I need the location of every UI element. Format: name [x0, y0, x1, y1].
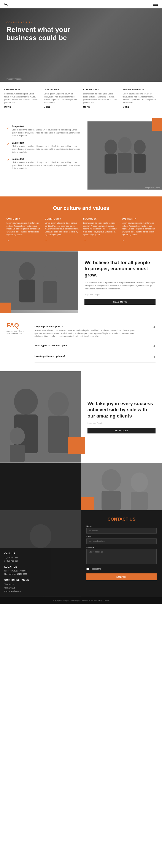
believe-image-container: [0, 251, 78, 314]
contact-section: CALL US 1 (216) 561 911 1 (216) 433 897 …: [0, 510, 162, 597]
message-label: Message: [86, 546, 157, 549]
faq-section: FAQ Sample text. Click to select the tex…: [0, 313, 162, 371]
checklist-item-1: ✓ Sample text Click to select the text b…: [6, 142, 81, 154]
mission-text-1: Lorem ipsum adipiscing elit. Ut elit tel…: [44, 93, 79, 104]
clients-section: We take joy in every success achieved si…: [0, 371, 162, 510]
hamburger-line-2: [153, 4, 158, 4]
mission-col-2: Consulting Lorem ipsum adipiscing elit. …: [83, 88, 118, 108]
culture-col-3: SOLIDARITY Lorem ipsum adipiscing dolor …: [122, 218, 156, 242]
hamburger-line-3: [153, 5, 158, 6]
svg-rect-27: [131, 492, 148, 510]
contact-form: Name Email Message I accept the SUBMIT: [86, 525, 157, 580]
footer: Copyright © All rights reserved | This t…: [0, 597, 162, 603]
believe-read-more-button[interactable]: READ MORE: [84, 299, 156, 305]
checkbox-label: I accept the: [91, 568, 101, 570]
svg-point-24: [102, 469, 121, 491]
name-input[interactable]: [86, 528, 157, 533]
culture-col-1: GENEROSITY Lorem ipsum adipiscing dolor …: [45, 218, 79, 242]
mission-col-1: Our Values Lorem ipsum adipiscing elit. …: [44, 88, 79, 108]
contact-left: CALL US 1 (216) 561 911 1 (216) 433 897 …: [0, 510, 81, 597]
culture-arrow-0: →: [6, 239, 40, 242]
checklist-text-2: Sample text Click to select the text box…: [12, 158, 81, 170]
svg-point-20: [10, 427, 25, 445]
faq-toggle-0[interactable]: +: [153, 325, 156, 330]
check-icon-0: ✓: [6, 126, 9, 130]
mission-text-0: Lorem ipsum adipiscing elit. Ut elit tel…: [4, 93, 39, 104]
checklist-body-0: Click to select the text box. Click agai…: [12, 128, 81, 137]
faq-title: FAQ: [6, 322, 28, 329]
hamburger-menu[interactable]: [153, 3, 158, 6]
culture-text-0: Lorem ipsum adipiscing dolor tempus port…: [6, 222, 40, 236]
svg-point-4: [118, 137, 132, 153]
clients-content: We take joy in every success achieved si…: [81, 371, 162, 463]
svg-point-26: [131, 472, 148, 492]
mission-link-1[interactable]: MORE: [44, 106, 79, 108]
service-item-2: Market Intelligence: [4, 590, 77, 593]
checklist-body-2: Click to select the text box. Click agai…: [12, 161, 81, 170]
svg-rect-3: [105, 154, 117, 174]
navbar: logo: [0, 0, 162, 8]
svg-point-10: [19, 262, 35, 279]
faq-question-0: Do you provide support?: [34, 325, 151, 328]
contact-call-line-1: 1 (216) 433 897: [4, 559, 77, 563]
checklist-title-2: Sample text: [12, 158, 81, 160]
svg-rect-13: [43, 281, 57, 303]
contact-call: CALL US 1 (216) 561 911 1 (216) 433 897: [4, 552, 77, 563]
clients-bg: We take joy in every success achieved si…: [0, 371, 162, 463]
svg-rect-7: [134, 154, 145, 173]
culture-title-1: GENEROSITY: [45, 218, 79, 220]
mission-title-3: Business Goals: [123, 88, 158, 91]
checklist-title-1: Sample text: [12, 142, 81, 144]
culture-arrow-2: →: [83, 239, 117, 242]
contact-heading: CONTACT US: [86, 517, 157, 522]
culture-text-3: Lorem ipsum adipiscing dolor tempus port…: [122, 222, 156, 236]
logo: logo: [4, 3, 10, 6]
email-input[interactable]: [86, 538, 157, 544]
culture-title-0: CURIOSITY: [6, 218, 40, 220]
mission-link-3[interactable]: MORE: [123, 106, 158, 108]
believe-text: Duis aute irure dolor in reprehenderit i…: [84, 281, 156, 290]
name-label: Name: [86, 525, 157, 527]
checklist-image: [87, 121, 162, 190]
faq-question-area-2: How to get future updates?: [34, 355, 151, 359]
culture-title-2: BOLDNESS: [83, 218, 117, 220]
hero-title: Reinvent what your business could be: [6, 26, 71, 42]
faq-item-1: What types of files will I get? +: [34, 341, 156, 352]
services-list: Your future Global value Market Intellig…: [4, 583, 77, 593]
service-item-0: Your future: [4, 583, 77, 586]
mission-link-0[interactable]: MORE: [4, 106, 39, 108]
believe-heading: We believe that for all people to prospe…: [84, 260, 156, 278]
checklist-text-0: Sample text Click to select the text box…: [12, 125, 81, 137]
checklist-body-1: Click to select the text box. Click agai…: [12, 145, 81, 154]
orange-rect-clients: [68, 437, 85, 454]
faq-question-area-1: What types of files will I get?: [34, 344, 151, 348]
message-textarea[interactable]: [86, 549, 157, 564]
clients-image-by: Image from Freepik: [87, 422, 156, 424]
footer-text: Copyright © All rights reserved | This t…: [4, 599, 158, 601]
culture-title-3: SOLIDARITY: [122, 218, 156, 220]
check-icon-1: ✓: [6, 142, 9, 146]
hero-section: CONSULTING FIRM Reinvent what your busin…: [0, 8, 162, 82]
accept-checkbox[interactable]: [86, 567, 89, 570]
mission-link-2[interactable]: MORE: [83, 106, 118, 108]
faq-toggle-2[interactable]: +: [153, 355, 156, 360]
contact-location-line-1: New York, NY 10131 0000: [4, 572, 77, 576]
svg-rect-9: [0, 252, 78, 310]
contact-location-title: LOCATION: [4, 566, 77, 568]
top-services: OUR TOP SERVICES Your future Global valu…: [4, 579, 77, 593]
believe-image-credit: Image from Freepik: [84, 294, 156, 296]
checkbox-row: I accept the: [86, 567, 157, 570]
hero-image-credit: Image by Freepik: [6, 78, 22, 80]
orange-accent-bottom-left: [0, 303, 11, 313]
checklist-title-0: Sample text: [12, 125, 81, 128]
svg-point-6: [134, 140, 145, 154]
submit-button[interactable]: SUBMIT: [86, 574, 157, 580]
checklist-item-2: ✓ Sample text Click to select the text b…: [6, 158, 81, 170]
contact-location-line-0: 52 Rock Ave. 211 Avenue: [4, 569, 77, 572]
mission-title-1: Our Values: [44, 88, 79, 91]
clients-read-more-button[interactable]: READ MORE: [87, 428, 156, 433]
faq-toggle-1[interactable]: +: [153, 344, 156, 349]
contact-right: CONTACT US Name Email Message I accept t…: [81, 510, 162, 597]
culture-col-0: CURIOSITY Lorem ipsum adipiscing dolor t…: [6, 218, 40, 242]
checklist-left: ✓ Sample text Click to select the text b…: [0, 121, 87, 190]
